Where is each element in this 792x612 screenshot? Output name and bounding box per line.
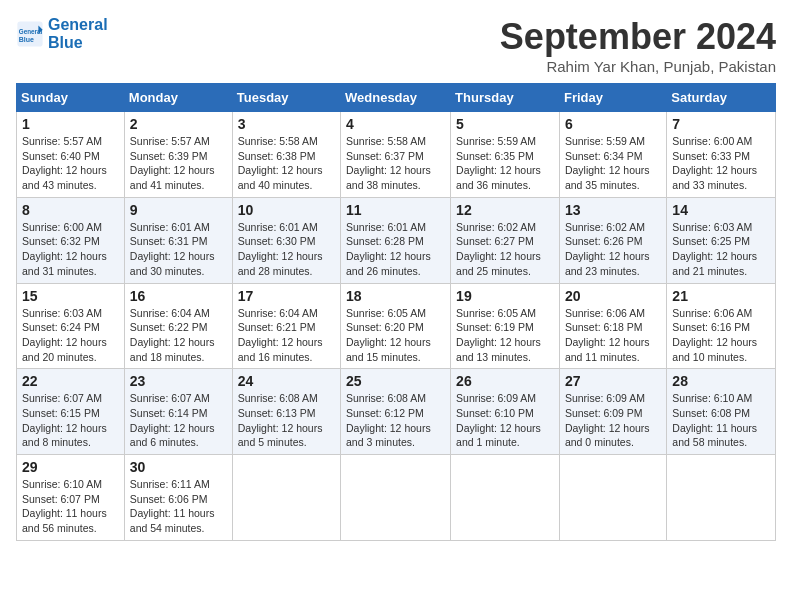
- day-info: Sunrise: 6:05 AMSunset: 6:20 PMDaylight:…: [346, 306, 445, 365]
- day-cell: 12Sunrise: 6:02 AMSunset: 6:27 PMDayligh…: [451, 197, 560, 283]
- day-number: 9: [130, 202, 227, 218]
- week-row-3: 15Sunrise: 6:03 AMSunset: 6:24 PMDayligh…: [17, 283, 776, 369]
- day-info: Sunrise: 6:07 AMSunset: 6:15 PMDaylight:…: [22, 391, 119, 450]
- day-cell: 25Sunrise: 6:08 AMSunset: 6:12 PMDayligh…: [341, 369, 451, 455]
- day-cell: 13Sunrise: 6:02 AMSunset: 6:26 PMDayligh…: [559, 197, 666, 283]
- day-number: 27: [565, 373, 661, 389]
- day-cell: 7Sunrise: 6:00 AMSunset: 6:33 PMDaylight…: [667, 112, 776, 198]
- day-cell: [559, 455, 666, 541]
- week-row-4: 22Sunrise: 6:07 AMSunset: 6:15 PMDayligh…: [17, 369, 776, 455]
- svg-text:Blue: Blue: [19, 35, 34, 42]
- day-number: 3: [238, 116, 335, 132]
- day-cell: 4Sunrise: 5:58 AMSunset: 6:37 PMDaylight…: [341, 112, 451, 198]
- day-cell: 6Sunrise: 5:59 AMSunset: 6:34 PMDaylight…: [559, 112, 666, 198]
- day-number: 21: [672, 288, 770, 304]
- day-number: 1: [22, 116, 119, 132]
- logo-blue: Blue: [48, 34, 108, 52]
- logo: General Blue General Blue: [16, 16, 108, 51]
- week-row-1: 1Sunrise: 5:57 AMSunset: 6:40 PMDaylight…: [17, 112, 776, 198]
- day-cell: 28Sunrise: 6:10 AMSunset: 6:08 PMDayligh…: [667, 369, 776, 455]
- week-row-2: 8Sunrise: 6:00 AMSunset: 6:32 PMDaylight…: [17, 197, 776, 283]
- day-info: Sunrise: 6:02 AMSunset: 6:26 PMDaylight:…: [565, 220, 661, 279]
- day-cell: 9Sunrise: 6:01 AMSunset: 6:31 PMDaylight…: [124, 197, 232, 283]
- day-cell: 18Sunrise: 6:05 AMSunset: 6:20 PMDayligh…: [341, 283, 451, 369]
- day-cell: [667, 455, 776, 541]
- day-info: Sunrise: 6:10 AMSunset: 6:08 PMDaylight:…: [672, 391, 770, 450]
- day-number: 22: [22, 373, 119, 389]
- day-cell: 29Sunrise: 6:10 AMSunset: 6:07 PMDayligh…: [17, 455, 125, 541]
- calendar-table: SundayMondayTuesdayWednesdayThursdayFrid…: [16, 83, 776, 541]
- day-info: Sunrise: 6:09 AMSunset: 6:09 PMDaylight:…: [565, 391, 661, 450]
- day-number: 20: [565, 288, 661, 304]
- day-info: Sunrise: 5:58 AMSunset: 6:38 PMDaylight:…: [238, 134, 335, 193]
- day-number: 11: [346, 202, 445, 218]
- day-cell: 26Sunrise: 6:09 AMSunset: 6:10 PMDayligh…: [451, 369, 560, 455]
- day-cell: 17Sunrise: 6:04 AMSunset: 6:21 PMDayligh…: [232, 283, 340, 369]
- day-info: Sunrise: 6:05 AMSunset: 6:19 PMDaylight:…: [456, 306, 554, 365]
- header-sunday: Sunday: [17, 84, 125, 112]
- day-cell: 27Sunrise: 6:09 AMSunset: 6:09 PMDayligh…: [559, 369, 666, 455]
- day-info: Sunrise: 6:08 AMSunset: 6:13 PMDaylight:…: [238, 391, 335, 450]
- day-number: 26: [456, 373, 554, 389]
- day-number: 8: [22, 202, 119, 218]
- day-number: 17: [238, 288, 335, 304]
- header-row: SundayMondayTuesdayWednesdayThursdayFrid…: [17, 84, 776, 112]
- day-number: 23: [130, 373, 227, 389]
- month-title: September 2024: [500, 16, 776, 58]
- header-wednesday: Wednesday: [341, 84, 451, 112]
- title-area: September 2024 Rahim Yar Khan, Punjab, P…: [500, 16, 776, 75]
- day-cell: 21Sunrise: 6:06 AMSunset: 6:16 PMDayligh…: [667, 283, 776, 369]
- day-cell: 2Sunrise: 5:57 AMSunset: 6:39 PMDaylight…: [124, 112, 232, 198]
- day-number: 13: [565, 202, 661, 218]
- day-cell: 22Sunrise: 6:07 AMSunset: 6:15 PMDayligh…: [17, 369, 125, 455]
- day-number: 2: [130, 116, 227, 132]
- day-cell: 30Sunrise: 6:11 AMSunset: 6:06 PMDayligh…: [124, 455, 232, 541]
- day-info: Sunrise: 6:08 AMSunset: 6:12 PMDaylight:…: [346, 391, 445, 450]
- day-info: Sunrise: 5:57 AMSunset: 6:40 PMDaylight:…: [22, 134, 119, 193]
- day-info: Sunrise: 6:06 AMSunset: 6:18 PMDaylight:…: [565, 306, 661, 365]
- day-info: Sunrise: 6:03 AMSunset: 6:24 PMDaylight:…: [22, 306, 119, 365]
- logo-general: General: [48, 16, 108, 34]
- day-info: Sunrise: 5:57 AMSunset: 6:39 PMDaylight:…: [130, 134, 227, 193]
- day-number: 12: [456, 202, 554, 218]
- day-info: Sunrise: 6:09 AMSunset: 6:10 PMDaylight:…: [456, 391, 554, 450]
- day-number: 19: [456, 288, 554, 304]
- week-row-5: 29Sunrise: 6:10 AMSunset: 6:07 PMDayligh…: [17, 455, 776, 541]
- day-cell: 1Sunrise: 5:57 AMSunset: 6:40 PMDaylight…: [17, 112, 125, 198]
- header-friday: Friday: [559, 84, 666, 112]
- header-monday: Monday: [124, 84, 232, 112]
- day-info: Sunrise: 6:01 AMSunset: 6:31 PMDaylight:…: [130, 220, 227, 279]
- day-info: Sunrise: 6:10 AMSunset: 6:07 PMDaylight:…: [22, 477, 119, 536]
- day-info: Sunrise: 5:58 AMSunset: 6:37 PMDaylight:…: [346, 134, 445, 193]
- day-info: Sunrise: 6:02 AMSunset: 6:27 PMDaylight:…: [456, 220, 554, 279]
- header-saturday: Saturday: [667, 84, 776, 112]
- day-number: 7: [672, 116, 770, 132]
- day-info: Sunrise: 6:04 AMSunset: 6:21 PMDaylight:…: [238, 306, 335, 365]
- day-cell: 8Sunrise: 6:00 AMSunset: 6:32 PMDaylight…: [17, 197, 125, 283]
- day-cell: 5Sunrise: 5:59 AMSunset: 6:35 PMDaylight…: [451, 112, 560, 198]
- day-number: 25: [346, 373, 445, 389]
- day-cell: [451, 455, 560, 541]
- day-number: 5: [456, 116, 554, 132]
- day-cell: 24Sunrise: 6:08 AMSunset: 6:13 PMDayligh…: [232, 369, 340, 455]
- day-cell: 14Sunrise: 6:03 AMSunset: 6:25 PMDayligh…: [667, 197, 776, 283]
- day-number: 14: [672, 202, 770, 218]
- day-number: 16: [130, 288, 227, 304]
- day-info: Sunrise: 6:11 AMSunset: 6:06 PMDaylight:…: [130, 477, 227, 536]
- day-cell: [232, 455, 340, 541]
- day-info: Sunrise: 6:04 AMSunset: 6:22 PMDaylight:…: [130, 306, 227, 365]
- location-title: Rahim Yar Khan, Punjab, Pakistan: [500, 58, 776, 75]
- day-info: Sunrise: 6:03 AMSunset: 6:25 PMDaylight:…: [672, 220, 770, 279]
- page-header: General Blue General Blue September 2024…: [16, 16, 776, 75]
- day-number: 29: [22, 459, 119, 475]
- day-number: 10: [238, 202, 335, 218]
- day-info: Sunrise: 6:01 AMSunset: 6:30 PMDaylight:…: [238, 220, 335, 279]
- day-cell: 11Sunrise: 6:01 AMSunset: 6:28 PMDayligh…: [341, 197, 451, 283]
- day-cell: [341, 455, 451, 541]
- day-cell: 10Sunrise: 6:01 AMSunset: 6:30 PMDayligh…: [232, 197, 340, 283]
- day-info: Sunrise: 6:01 AMSunset: 6:28 PMDaylight:…: [346, 220, 445, 279]
- day-info: Sunrise: 6:07 AMSunset: 6:14 PMDaylight:…: [130, 391, 227, 450]
- logo-icon: General Blue: [16, 20, 44, 48]
- day-number: 28: [672, 373, 770, 389]
- day-cell: 23Sunrise: 6:07 AMSunset: 6:14 PMDayligh…: [124, 369, 232, 455]
